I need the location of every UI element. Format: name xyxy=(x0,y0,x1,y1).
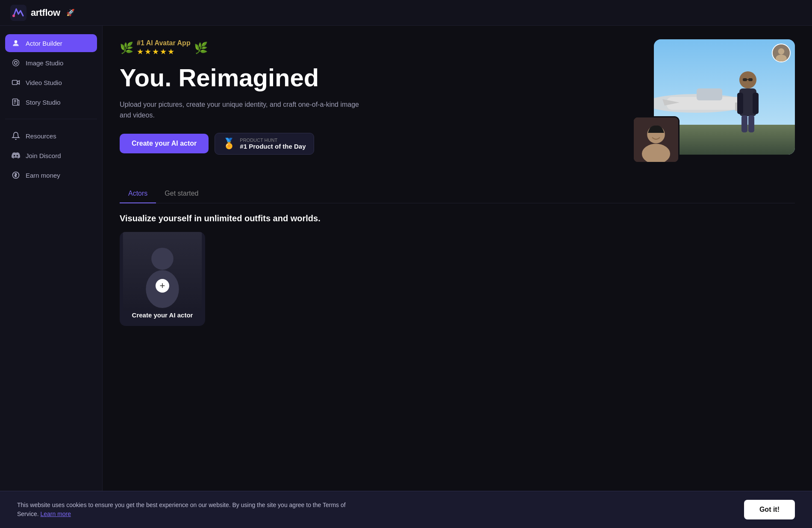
svg-point-4 xyxy=(13,60,19,66)
svg-rect-22 xyxy=(748,78,753,81)
cookie-banner: This website uses cookies to ensure you … xyxy=(0,491,812,528)
image-icon xyxy=(11,58,21,67)
main-content: 🌿 #1 AI Avatar App ★★★★★ 🌿 You. Reimagin… xyxy=(103,26,812,528)
svg-rect-13 xyxy=(697,88,722,100)
cookie-text: This website uses cookies to ensure you … xyxy=(17,501,359,519)
got-it-button[interactable]: Got it! xyxy=(744,500,795,519)
sidebar-label-resources: Resources xyxy=(26,132,56,140)
hero-right xyxy=(633,39,795,167)
book-icon xyxy=(11,97,21,107)
award-info: #1 AI Avatar App ★★★★★ xyxy=(137,39,191,56)
hero-title: You. Reimagined xyxy=(120,64,359,91)
create-actor-card[interactable]: + Create your AI actor xyxy=(120,232,205,326)
tab-actors[interactable]: Actors xyxy=(120,185,156,203)
create-actor-card-label: Create your AI actor xyxy=(132,311,193,320)
discord-icon xyxy=(11,151,21,160)
product-hunt-badge: 🏅 PRODUCT HUNT #1 Product of the Day xyxy=(215,133,314,155)
sidebar-label-actor-builder: Actor Builder xyxy=(26,40,62,47)
sidebar-nav: Actor Builder Image Studio xyxy=(5,34,97,496)
svg-rect-19 xyxy=(741,115,747,132)
sidebar-item-story-studio[interactable]: Story Studio xyxy=(5,93,97,111)
layout: Actor Builder Image Studio xyxy=(0,26,812,528)
sidebar-item-image-studio[interactable]: Image Studio xyxy=(5,54,97,72)
laurel-right-icon: 🌿 xyxy=(194,41,208,55)
sidebar-label-video-studio: Video Studio xyxy=(26,79,62,86)
stars: ★★★★★ xyxy=(137,47,191,56)
svg-point-29 xyxy=(642,144,670,163)
person-icon xyxy=(11,38,21,48)
sidebar: Actor Builder Image Studio xyxy=(0,26,103,528)
award-badge: 🌿 #1 AI Avatar App ★★★★★ 🌿 xyxy=(120,39,359,56)
sidebar-item-resources[interactable]: Resources xyxy=(5,127,97,145)
bell-icon xyxy=(11,131,21,141)
laurel-left-icon: 🌿 xyxy=(120,41,133,55)
dollar-icon xyxy=(11,170,21,180)
ph-text: PRODUCT HUNT #1 Product of the Day xyxy=(240,138,306,150)
create-actor-plus-icon: + xyxy=(156,279,169,293)
hero-avatar-circle xyxy=(772,44,791,62)
tabs: Actors Get started xyxy=(120,185,795,203)
sidebar-label-image-studio: Image Studio xyxy=(26,59,63,67)
hero-left: 🌿 #1 AI Avatar App ★★★★★ 🌿 You. Reimagin… xyxy=(120,39,359,155)
create-actor-button[interactable]: Create your AI actor xyxy=(120,134,209,153)
sidebar-item-video-studio[interactable]: Video Studio xyxy=(5,73,97,91)
section-subtitle: Visualize yourself in unlimited outfits … xyxy=(120,214,795,223)
logo-text: artflow xyxy=(31,7,60,18)
top-bar: artflow 🚀 xyxy=(0,0,812,26)
svg-point-2 xyxy=(15,40,18,43)
cookie-learn-more-link[interactable]: Learn more xyxy=(40,510,71,517)
award-text: #1 AI Avatar App xyxy=(137,39,191,47)
svg-rect-20 xyxy=(748,115,754,132)
silhouette-svg xyxy=(120,232,205,311)
ph-rank: #1 Product of the Day xyxy=(240,143,306,150)
svg-point-31 xyxy=(151,248,174,270)
hero-description: Upload your pictures, create your unique… xyxy=(120,99,359,121)
svg-point-25 xyxy=(778,48,785,55)
rocket-icon: 🚀 xyxy=(66,9,75,17)
logo-area: artflow 🚀 xyxy=(10,5,75,21)
hero-section: 🌿 #1 AI Avatar App ★★★★★ 🌿 You. Reimagin… xyxy=(120,39,795,167)
svg-point-15 xyxy=(739,71,756,88)
hero-actions: Create your AI actor 🏅 PRODUCT HUNT #1 P… xyxy=(120,133,359,155)
sidebar-divider xyxy=(5,119,97,119)
svg-point-26 xyxy=(776,55,786,62)
sidebar-label-join-discord: Join Discord xyxy=(26,152,61,159)
medal-icon: 🏅 xyxy=(223,138,235,150)
sidebar-label-earn-money: Earn money xyxy=(26,172,60,179)
svg-rect-18 xyxy=(753,93,759,114)
hero-small-image xyxy=(633,116,680,163)
ph-label: PRODUCT HUNT xyxy=(240,138,306,143)
video-icon xyxy=(11,78,21,87)
svg-rect-21 xyxy=(743,78,747,81)
svg-rect-5 xyxy=(12,80,18,85)
sidebar-label-story-studio: Story Studio xyxy=(26,99,61,106)
sidebar-item-earn-money[interactable]: Earn money xyxy=(5,166,97,184)
svg-point-1 xyxy=(12,15,15,17)
sidebar-item-join-discord[interactable]: Join Discord xyxy=(5,147,97,164)
svg-point-3 xyxy=(15,62,18,65)
actors-grid: + Create your AI actor xyxy=(120,232,795,326)
logo-icon xyxy=(10,5,26,21)
sidebar-item-actor-builder[interactable]: Actor Builder xyxy=(5,34,97,52)
tab-get-started[interactable]: Get started xyxy=(156,185,207,203)
svg-rect-17 xyxy=(737,93,743,114)
